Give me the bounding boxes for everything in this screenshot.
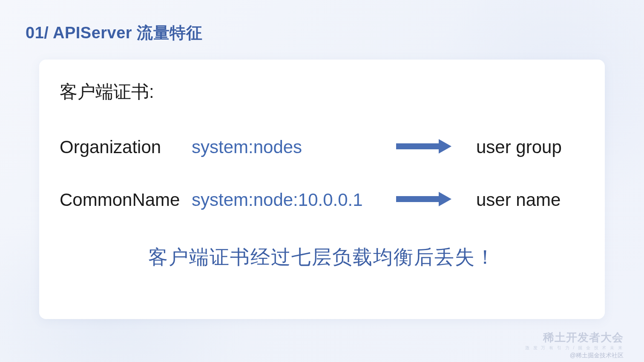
cert-row-organization: Organization system:nodes user group bbox=[60, 134, 584, 161]
slide: 01/ APIServer 流量特征 客户端证书: Organization s… bbox=[0, 0, 644, 362]
field-value: system:node:10.0.0.1 bbox=[192, 190, 392, 210]
arrow-right-icon bbox=[396, 192, 451, 208]
svg-marker-1 bbox=[439, 139, 451, 154]
watermark-logo: 稀土开发者大会 bbox=[543, 330, 624, 345]
result-label: user name bbox=[476, 190, 561, 210]
arrow-right-icon bbox=[396, 139, 451, 155]
watermark-community: @稀土掘金技术社区 bbox=[570, 352, 624, 359]
result-label: user group bbox=[476, 137, 562, 157]
svg-rect-0 bbox=[396, 143, 439, 149]
conclusion-text: 客户端证书经过七层负载均衡后丢失！ bbox=[60, 244, 584, 271]
field-value: system:nodes bbox=[192, 137, 392, 157]
cert-heading: 客户端证书: bbox=[60, 80, 584, 104]
slide-title: 01/ APIServer 流量特征 bbox=[26, 22, 202, 44]
field-label: Organization bbox=[60, 137, 192, 157]
svg-rect-2 bbox=[396, 196, 439, 202]
cert-row-commonname: CommonName system:node:10.0.0.1 user nam… bbox=[60, 186, 584, 214]
watermark-subtitle: 激 发 万 有 引 力 / 掘 金 技 术 未 来 bbox=[525, 345, 624, 351]
field-label: CommonName bbox=[60, 190, 192, 210]
content-card: 客户端证书: Organization system:nodes user gr… bbox=[39, 60, 605, 319]
svg-marker-3 bbox=[439, 192, 451, 206]
